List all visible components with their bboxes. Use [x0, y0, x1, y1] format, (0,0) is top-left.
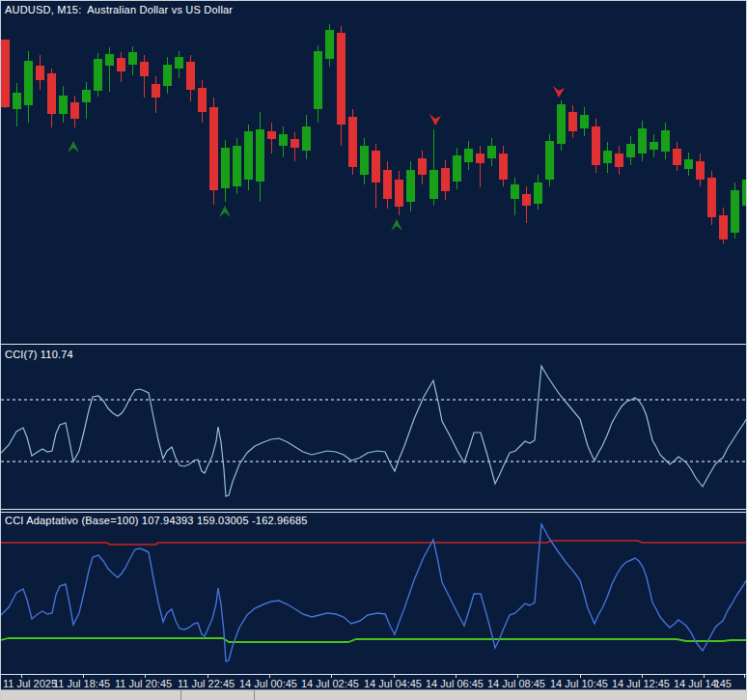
candle-body	[279, 134, 288, 146]
candle-body	[47, 73, 56, 114]
candle-body	[592, 126, 600, 165]
mt5-chart-window: AUDUSD, M15: Australian Dollar vs US Dol…	[0, 0, 747, 700]
chart-tabs-strip[interactable]	[1, 689, 747, 700]
time-axis-label: 14 Jul 00:45	[239, 678, 297, 689]
price-chart[interactable]	[1, 1, 747, 344]
buy-arrow-icon	[68, 141, 79, 153]
candle-body	[406, 170, 415, 202]
candle-body	[24, 61, 33, 105]
time-axis-label: 14 Jul 08:45	[487, 678, 545, 689]
candle-body	[476, 154, 484, 163]
candle-body	[534, 182, 542, 204]
candle-body	[684, 159, 693, 169]
candle-body	[395, 180, 403, 207]
adaptive-upper-band-line	[1, 541, 747, 545]
time-axis[interactable]: 11 Jul 202511 Jul 18:4511 Jul 20:4511 Ju…	[1, 675, 747, 689]
candle-body	[511, 184, 519, 199]
candle-body	[557, 104, 566, 144]
candle-body	[719, 215, 728, 239]
time-axis-label: 11 Jul 22:45	[178, 678, 235, 689]
time-axis-label: 14 Jul 12:45	[612, 678, 670, 689]
time-axis-label: 14 Jul 14:45	[674, 678, 732, 689]
candle-body	[568, 112, 577, 131]
time-axis-label: 14 Jul 02:45	[301, 678, 359, 689]
candle-body	[464, 149, 473, 162]
candle-body	[348, 117, 357, 167]
panel-separator[interactable]	[1, 512, 747, 513]
cci-line	[1, 366, 747, 496]
chart-title: AUDUSD, M15: Australian Dollar vs US Dol…	[5, 4, 233, 16]
candle-body	[256, 129, 264, 182]
candle-body	[372, 151, 380, 182]
candle-body	[731, 190, 739, 233]
time-axis-label: 14 Jul 10:45	[550, 678, 608, 689]
time-axis-label: 14 Jul 06:45	[426, 678, 484, 689]
candle-body	[545, 141, 554, 180]
cci-adaptive-indicator-chart[interactable]	[1, 513, 747, 674]
time-axis-label: 11 Jul 18:45	[53, 678, 110, 689]
candle-body	[487, 146, 496, 158]
candle-body	[209, 107, 218, 190]
sell-arrow-icon	[429, 114, 441, 126]
candle-body	[59, 96, 68, 114]
panel-separator[interactable]	[1, 344, 747, 345]
candle-body	[638, 128, 647, 154]
candle-body	[615, 154, 623, 167]
candle-body	[105, 54, 114, 66]
candle-body	[267, 131, 276, 139]
candle-body	[383, 170, 392, 199]
candle-body	[580, 115, 589, 128]
buy-arrow-icon	[391, 219, 402, 231]
candle-body	[94, 59, 102, 91]
candle-body	[186, 62, 195, 90]
candle-body	[661, 130, 670, 152]
cci-indicator-label: CCI(7) 110.74	[5, 349, 73, 361]
candle-body	[117, 58, 125, 71]
candle-body	[429, 170, 438, 199]
candle-body	[175, 57, 183, 69]
candle-body	[603, 151, 612, 163]
sell-arrow-icon	[553, 86, 565, 98]
candle-body	[707, 178, 716, 217]
candle-body	[360, 146, 369, 175]
tab-divider	[180, 690, 181, 700]
time-axis-tick	[744, 675, 745, 678]
candle-body	[128, 52, 137, 65]
candle-body	[302, 126, 311, 151]
time-axis-label: 11 Jul 2025	[3, 678, 57, 689]
candle-body	[36, 66, 44, 80]
candle-body	[418, 158, 427, 175]
candle-body	[1, 40, 10, 107]
candle-body	[290, 139, 299, 148]
time-axis-label: 14 Jul 04:45	[364, 678, 422, 689]
candle-body	[626, 144, 635, 157]
candle-body	[325, 30, 334, 59]
cci-indicator-chart[interactable]	[1, 347, 747, 511]
candle-body	[337, 33, 346, 125]
candle-body	[140, 62, 149, 76]
candle-body	[163, 65, 172, 86]
candle-body	[441, 168, 450, 191]
candle-body	[221, 148, 230, 188]
buy-arrow-icon	[219, 206, 231, 217]
time-axis-label: 11 Jul 20:45	[115, 678, 172, 689]
candle-body	[696, 161, 705, 180]
candle-body	[82, 90, 91, 102]
panel-separator[interactable]	[1, 509, 747, 510]
cci-adaptive-indicator-label: CCI Adaptativo (Base=100) 107.94393 159.…	[5, 515, 308, 527]
candle-body	[522, 194, 531, 206]
adaptive-lower-band-line	[1, 638, 747, 642]
candle-body	[70, 102, 79, 119]
candle-body	[314, 51, 322, 109]
candle-body	[453, 155, 461, 182]
candle-body	[13, 93, 21, 109]
candle-body	[499, 154, 508, 180]
time-axis-label: 1	[714, 678, 720, 689]
candle-body	[198, 88, 207, 112]
candle-body	[673, 149, 681, 165]
candle-body	[233, 146, 241, 186]
candle-body	[152, 84, 160, 98]
tab-divider	[254, 690, 255, 700]
candle-body	[244, 131, 253, 180]
candle-body	[650, 142, 658, 150]
